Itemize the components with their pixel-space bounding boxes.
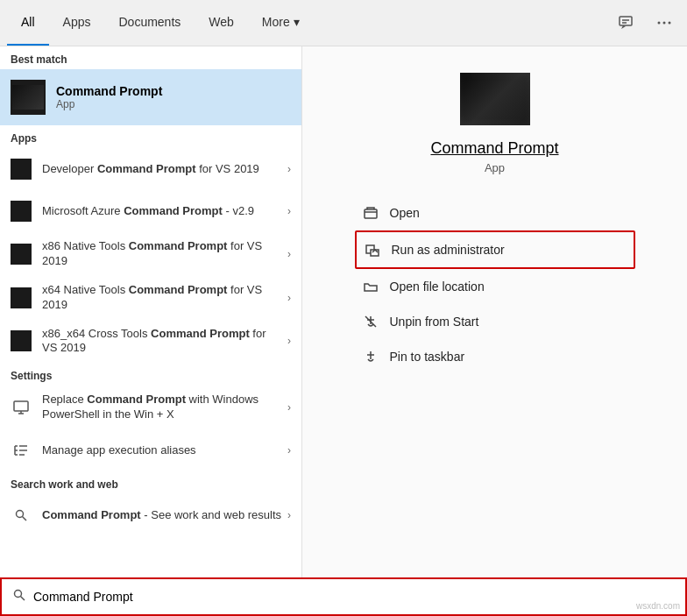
best-match-item[interactable]: Command Prompt App: [0, 69, 301, 125]
search-web-item[interactable]: Command Prompt - See work and web result…: [0, 494, 301, 536]
options-button[interactable]: [648, 7, 680, 39]
tab-documents[interactable]: Documents: [104, 0, 195, 46]
chevron-icon-w0: ›: [287, 509, 291, 521]
app-icon-4: [11, 330, 32, 351]
chevron-icon-s0: ›: [287, 401, 291, 414]
action-open-file-location-label: Open file location: [390, 280, 485, 294]
best-match-label: Best match: [0, 46, 301, 69]
list-icon: [11, 440, 32, 461]
chevron-icon-s1: ›: [287, 444, 291, 457]
apps-section-label: Apps: [0, 125, 301, 148]
settings-item-0[interactable]: Replace Command Prompt with Windows Powe…: [0, 386, 301, 429]
svg-point-3: [658, 22, 661, 25]
shield-icon: [364, 241, 381, 258]
list-item[interactable]: x86 Native Tools Command Prompt for VS 2…: [0, 232, 301, 276]
svg-rect-6: [14, 401, 28, 411]
settings-section-label: Settings: [0, 363, 301, 386]
tab-documents-label: Documents: [118, 15, 181, 29]
svg-line-17: [23, 517, 27, 521]
chevron-icon-3: ›: [287, 292, 291, 304]
watermark: wsxdn.com: [636, 601, 680, 611]
action-pin-taskbar[interactable]: Pin to taskbar: [355, 339, 635, 374]
tab-all-label: All: [21, 15, 35, 29]
best-match-app-icon: [11, 80, 46, 115]
item-text-3: x64 Native Tools Command Prompt for VS 2…: [42, 283, 284, 313]
list-item[interactable]: Microsoft Azure Command Prompt - v2.9 ›: [0, 190, 301, 232]
tab-more[interactable]: More ▾: [248, 0, 314, 46]
tab-web[interactable]: Web: [195, 0, 248, 46]
right-app-type: App: [485, 161, 505, 174]
tab-web-label: Web: [209, 15, 234, 29]
svg-rect-0: [620, 17, 632, 25]
action-run-as-admin-label: Run as administrator: [392, 243, 505, 257]
item-text-4: x86_x64 Cross Tools Command Prompt for V…: [42, 327, 284, 357]
best-match-app-name: Command Prompt: [56, 84, 162, 98]
search-web-icon: [11, 505, 32, 526]
nav-right-icons: [610, 7, 680, 39]
action-unpin-start-label: Unpin from Start: [390, 315, 479, 329]
chevron-icon-1: ›: [287, 205, 291, 217]
chevron-icon-0: ›: [287, 163, 291, 175]
chevron-icon-2: ›: [287, 248, 291, 260]
app-icon-2: [11, 244, 32, 265]
options-icon: [656, 15, 672, 31]
right-app-icon: [460, 73, 530, 125]
top-navigation: All Apps Documents Web More ▾: [0, 0, 687, 46]
svg-line-27: [21, 597, 25, 601]
svg-point-26: [15, 591, 22, 598]
left-panel: Best match Command Prompt App Apps Devel…: [0, 46, 302, 577]
cmd-icon-graphic: [12, 85, 44, 110]
action-list: Open Run as administrator: [355, 195, 635, 374]
app-icon-0: [11, 159, 32, 180]
app-icon-1: [11, 201, 32, 222]
list-item[interactable]: x86_x64 Cross Tools Command Prompt for V…: [0, 320, 301, 364]
action-open-label: Open: [390, 206, 420, 220]
tab-apps[interactable]: Apps: [49, 0, 105, 46]
action-open[interactable]: Open: [355, 195, 635, 230]
main-container: Best match Command Prompt App Apps Devel…: [0, 46, 687, 577]
svg-point-4: [663, 22, 666, 25]
app-icon-3: [11, 287, 32, 308]
chevron-icon-4: ›: [287, 335, 291, 347]
feedback-icon: [618, 15, 634, 31]
more-dropdown-arrow: ▾: [294, 15, 300, 29]
search-web-text: Command Prompt - See work and web result…: [42, 508, 284, 523]
search-web-label: Search work and web: [0, 471, 301, 494]
settings-item-1[interactable]: Manage app execution aliases ›: [0, 429, 301, 471]
feedback-button[interactable]: [610, 7, 641, 39]
right-app-name: Command Prompt: [430, 139, 558, 158]
svg-point-16: [17, 511, 24, 518]
best-match-app-info: Command Prompt App: [56, 84, 162, 110]
search-bar: [0, 577, 687, 616]
action-run-as-admin[interactable]: Run as administrator: [355, 230, 635, 269]
tab-all[interactable]: All: [7, 0, 49, 46]
settings-text-1: Manage app execution aliases: [42, 443, 284, 458]
best-match-app-type: App: [56, 98, 162, 110]
item-text-1: Microsoft Azure Command Prompt - v2.9: [42, 204, 284, 219]
search-input[interactable]: [33, 590, 675, 604]
action-unpin-start[interactable]: Unpin from Start: [355, 304, 635, 339]
action-pin-taskbar-label: Pin to taskbar: [390, 350, 465, 364]
list-item[interactable]: x64 Native Tools Command Prompt for VS 2…: [0, 276, 301, 320]
unpin-icon: [362, 313, 379, 330]
pin-icon: [362, 348, 379, 365]
item-text-2: x86 Native Tools Command Prompt for VS 2…: [42, 239, 284, 269]
action-open-file-location[interactable]: Open file location: [355, 269, 635, 304]
monitor-icon: [11, 397, 32, 418]
settings-text-0: Replace Command Prompt with Windows Powe…: [42, 393, 284, 422]
right-panel: Command Prompt App Open: [302, 46, 687, 577]
item-text-0: Developer Command Prompt for VS 2019: [42, 162, 284, 177]
list-item[interactable]: Developer Command Prompt for VS 2019 ›: [0, 148, 301, 190]
folder-icon: [362, 278, 379, 295]
tab-more-label: More: [262, 15, 290, 29]
svg-rect-18: [365, 209, 377, 218]
tab-apps-label: Apps: [63, 15, 91, 29]
search-bar-icon: [12, 588, 26, 605]
open-icon: [362, 204, 379, 222]
svg-point-5: [669, 22, 671, 25]
